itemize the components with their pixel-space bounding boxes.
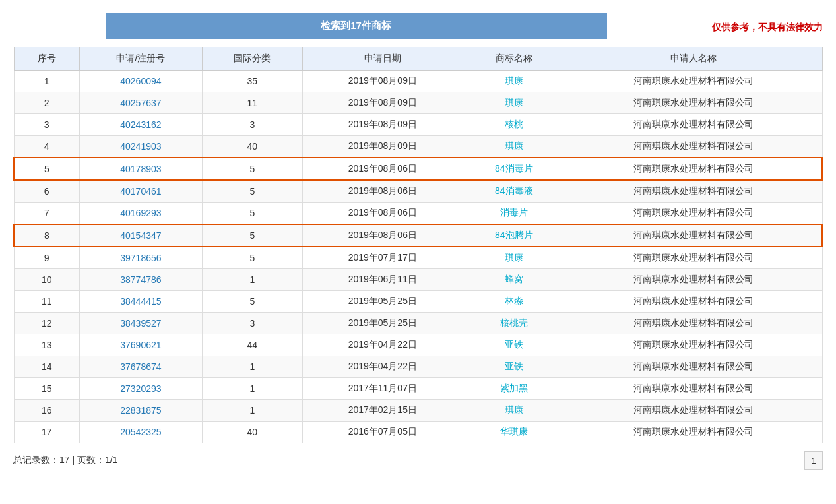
cell-intl-class: 1 <box>202 356 302 378</box>
col-reg-no: 申请/注册号 <box>80 47 203 71</box>
cell-brand-name[interactable]: 紫加黑 <box>463 378 565 400</box>
cell-reg-no[interactable]: 40257637 <box>80 92 203 114</box>
cell-brand-name[interactable]: 核桃壳 <box>463 313 565 334</box>
cell-reg-no[interactable]: 22831875 <box>80 400 203 422</box>
cell-reg-no[interactable]: 37678674 <box>80 356 203 378</box>
cell-applicant: 河南琪康水处理材料有限公司 <box>565 92 822 114</box>
cell-intl-class: 35 <box>202 71 302 92</box>
cell-reg-no[interactable]: 20542325 <box>80 422 203 443</box>
cell-index: 7 <box>14 203 80 225</box>
header-row: 序号 申请/注册号 国际分类 申请日期 商标名称 申请人名称 <box>14 47 822 71</box>
cell-intl-class: 5 <box>202 247 302 269</box>
table-row: 113844441552019年05月25日林淼河南琪康水处理材料有限公司 <box>14 291 822 313</box>
table-body: 140260094352019年08月09日琪康河南琪康水处理材料有限公司240… <box>14 71 822 443</box>
cell-brand-name[interactable]: 84消毒片 <box>463 158 565 180</box>
cell-index: 1 <box>14 71 80 92</box>
cell-brand-name[interactable]: 消毒片 <box>463 203 565 225</box>
cell-brand-name[interactable]: 林淼 <box>463 291 565 313</box>
cell-brand-name[interactable]: 琪康 <box>463 92 565 114</box>
cell-apply-date: 2019年08月06日 <box>302 158 463 180</box>
cell-reg-no[interactable]: 38439527 <box>80 313 203 334</box>
cell-index: 14 <box>14 356 80 378</box>
cell-index: 13 <box>14 334 80 356</box>
cell-apply-date: 2019年04月22日 <box>302 334 463 356</box>
cell-intl-class: 11 <box>202 92 302 114</box>
cell-reg-no[interactable]: 40241903 <box>80 136 203 158</box>
cell-index: 8 <box>14 224 80 247</box>
cell-reg-no[interactable]: 40170461 <box>80 180 203 203</box>
cell-reg-no[interactable]: 38444415 <box>80 291 203 313</box>
col-applicant: 申请人名称 <box>565 47 822 71</box>
table-row: 123843952732019年05月25日核桃壳河南琪康水处理材料有限公司 <box>14 313 822 334</box>
separator: | <box>70 455 77 465</box>
cell-applicant: 河南琪康水处理材料有限公司 <box>565 114 822 136</box>
cell-brand-name[interactable]: 蜂窝 <box>463 269 565 291</box>
table-row: 162283187512017年02月15日琪康河南琪康水处理材料有限公司 <box>14 400 822 422</box>
cell-brand-name[interactable]: 琪康 <box>463 71 565 92</box>
cell-index: 16 <box>14 400 80 422</box>
trademark-table: 序号 申请/注册号 国际分类 申请日期 商标名称 申请人名称 140260094… <box>13 47 823 443</box>
cell-index: 17 <box>14 422 80 443</box>
cell-intl-class: 5 <box>202 224 302 247</box>
table-row: 240257637112019年08月09日琪康河南琪康水处理材料有限公司 <box>14 92 822 114</box>
cell-applicant: 河南琪康水处理材料有限公司 <box>565 400 822 422</box>
cell-index: 11 <box>14 291 80 313</box>
cell-reg-no[interactable]: 39718656 <box>80 247 203 269</box>
table-row: 34024316232019年08月09日核桃河南琪康水处理材料有限公司 <box>14 114 822 136</box>
cell-applicant: 河南琪康水处理材料有限公司 <box>565 356 822 378</box>
table-row: 103877478612019年06月11日蜂窝河南琪康水处理材料有限公司 <box>14 269 822 291</box>
cell-apply-date: 2019年07月17日 <box>302 247 463 269</box>
cell-applicant: 河南琪康水处理材料有限公司 <box>565 71 822 92</box>
cell-applicant: 河南琪康水处理材料有限公司 <box>565 224 822 247</box>
table-row: 64017046152019年08月06日84消毒液河南琪康水处理材料有限公司 <box>14 180 822 203</box>
cell-index: 5 <box>14 158 80 180</box>
cell-brand-name[interactable]: 琪康 <box>463 400 565 422</box>
cell-intl-class: 3 <box>202 114 302 136</box>
cell-apply-date: 2019年08月09日 <box>302 136 463 158</box>
cell-reg-no[interactable]: 40178903 <box>80 158 203 180</box>
cell-brand-name[interactable]: 亚铁 <box>463 356 565 378</box>
cell-index: 12 <box>14 313 80 334</box>
cell-intl-class: 5 <box>202 180 302 203</box>
cell-reg-no[interactable]: 40260094 <box>80 71 203 92</box>
disclaimer-text: 仅供参考，不具有法律效力 <box>712 22 823 34</box>
cell-intl-class: 44 <box>202 334 302 356</box>
cell-brand-name[interactable]: 琪康 <box>463 136 565 158</box>
cell-applicant: 河南琪康水处理材料有限公司 <box>565 378 822 400</box>
table-row: 143767867412019年04月22日亚铁河南琪康水处理材料有限公司 <box>14 356 822 378</box>
table-row: 74016929352019年08月06日消毒片河南琪康水处理材料有限公司 <box>14 203 822 225</box>
cell-reg-no[interactable]: 40169293 <box>80 203 203 225</box>
table-row: 1720542325402016年07月05日华琪康河南琪康水处理材料有限公司 <box>14 422 822 443</box>
footer-text: 总记录数：17 | 页数：1/1 <box>13 455 117 466</box>
page-value: 1/1 <box>105 455 117 465</box>
cell-reg-no[interactable]: 40154347 <box>80 224 203 247</box>
cell-index: 3 <box>14 114 80 136</box>
cell-brand-name[interactable]: 琪康 <box>463 247 565 269</box>
cell-applicant: 河南琪康水处理材料有限公司 <box>565 422 822 443</box>
table-row: 93971865652019年07月17日琪康河南琪康水处理材料有限公司 <box>14 247 822 269</box>
cell-apply-date: 2019年08月06日 <box>302 224 463 247</box>
footer-row: 总记录数：17 | 页数：1/1 1 <box>13 451 823 470</box>
cell-brand-name[interactable]: 核桃 <box>463 114 565 136</box>
cell-apply-date: 2019年05月25日 <box>302 313 463 334</box>
col-index: 序号 <box>14 47 80 71</box>
cell-intl-class: 40 <box>202 136 302 158</box>
cell-reg-no[interactable]: 40243162 <box>80 114 203 136</box>
cell-reg-no[interactable]: 38774786 <box>80 269 203 291</box>
cell-intl-class: 5 <box>202 203 302 225</box>
cell-reg-no[interactable]: 27320293 <box>80 378 203 400</box>
cell-apply-date: 2016年07月05日 <box>302 422 463 443</box>
cell-brand-name[interactable]: 84泡腾片 <box>463 224 565 247</box>
cell-brand-name[interactable]: 亚铁 <box>463 334 565 356</box>
table-row: 54017890352019年08月06日84消毒片河南琪康水处理材料有限公司 <box>14 158 822 180</box>
cell-brand-name[interactable]: 华琪康 <box>463 422 565 443</box>
col-intl-class: 国际分类 <box>202 47 302 71</box>
cell-reg-no[interactable]: 37690621 <box>80 334 203 356</box>
cell-apply-date: 2017年11月07日 <box>302 378 463 400</box>
cell-index: 4 <box>14 136 80 158</box>
cell-apply-date: 2019年08月09日 <box>302 92 463 114</box>
table-row: 440241903402019年08月09日琪康河南琪康水处理材料有限公司 <box>14 136 822 158</box>
cell-brand-name[interactable]: 84消毒液 <box>463 180 565 203</box>
page-button-1[interactable]: 1 <box>804 451 823 470</box>
cell-index: 2 <box>14 92 80 114</box>
